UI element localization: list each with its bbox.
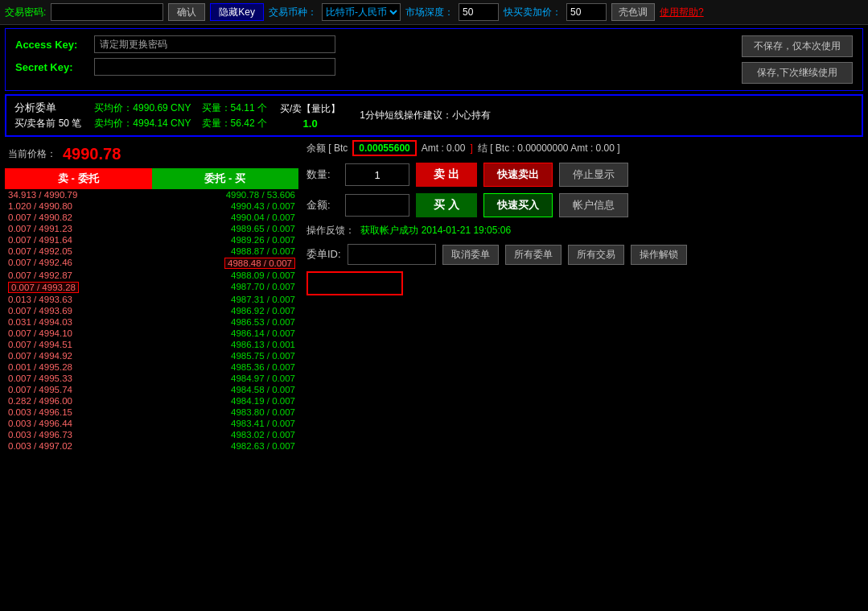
balance-label: 余额 [ Btc xyxy=(306,142,348,155)
secret-key-row: Secret Key: xyxy=(15,58,710,76)
analysis-buy-avg: 买均价：4990.69 CNY 买量：54.11 个 xyxy=(94,101,267,115)
analysis-sell-avg: 卖均价：4994.14 CNY 卖量：56.42 个 xyxy=(94,117,267,130)
order-row: 0.001 / 4995.28 4985.36 / 0.007 xyxy=(5,361,298,373)
feedback-text: 获取帐户成功 2014-01-21 19:05:06 xyxy=(360,225,511,236)
order-tabs: 卖 - 委托 委托 - 买 xyxy=(5,168,298,189)
top-bar: 交易密码: 确认 隐藏Key 交易币种： 比特币-人民币 市场深度： 快买卖加价… xyxy=(0,0,868,25)
order-row: 0.003 / 4997.02 4982.63 / 0.007 xyxy=(5,440,298,452)
key-area: Access Key: 请定期更换密码 Secret Key: 不保存，仅本次使… xyxy=(5,28,863,91)
secret-key-input[interactable] xyxy=(94,58,335,76)
fast-buy-button[interactable]: 快速买入 xyxy=(483,193,553,217)
depth-label: 市场深度： xyxy=(405,6,454,19)
order-row: 0.007 / 4994.51 4986.13 / 0.001 xyxy=(5,339,298,350)
order-row: 0.007 / 4990.82 4990.04 / 0.007 xyxy=(5,212,298,223)
order-row: 0.007 / 4993.69 4986.92 / 0.007 xyxy=(5,305,298,316)
trade-amount-row: 金额: 买 入 快速买入 帐户信息 xyxy=(306,193,863,217)
order-id-label: 委单ID: xyxy=(306,247,341,262)
currency-select[interactable]: 比特币-人民币 xyxy=(322,3,401,21)
order-row: 0.007 / 4991.64 4989.26 / 0.007 xyxy=(5,234,298,246)
bracket-close: ] xyxy=(470,142,472,154)
order-row: 0.007 / 4995.33 4984.97 / 0.007 xyxy=(5,373,298,384)
order-row: 34.913 / 4990.79 4990.78 / 53.606 xyxy=(5,189,298,200)
balance-row: 余额 [ Btc 0.00055600 Amt : 0.00 ] 结 [ Btc… xyxy=(306,140,863,156)
trade-qty-row: 数量: 卖 出 快速卖出 停止显示 xyxy=(306,163,863,187)
secret-key-label: Secret Key: xyxy=(15,61,88,73)
cancel-order-button[interactable]: 取消委单 xyxy=(442,245,499,265)
red-input-box[interactable] xyxy=(306,271,403,295)
order-row: 0.282 / 4996.00 4984.19 / 0.007 xyxy=(5,395,298,407)
save-button[interactable]: 保存,下次继续使用 xyxy=(742,62,853,84)
feedback-label: 操作反馈： xyxy=(306,225,355,236)
tab-buy[interactable]: 委托 - 买 xyxy=(152,168,299,189)
access-key-label: Access Key: xyxy=(15,39,88,51)
account-button[interactable]: 帐户信息 xyxy=(559,193,628,217)
order-book: 当前价格： 4990.78 卖 - 委托 委托 - 买 34.913 / 499… xyxy=(5,140,298,452)
all-trades-button[interactable]: 所有交易 xyxy=(568,245,624,265)
analysis-bar: 分析委单 买/卖各前 50 笔 买均价：4990.69 CNY 买量：54.11… xyxy=(5,94,863,137)
help-link[interactable]: 使用帮助? xyxy=(660,6,704,19)
currency-label: 交易币种： xyxy=(269,6,317,19)
markup-label: 快买卖加价： xyxy=(504,6,562,19)
stop-display-button[interactable]: 停止显示 xyxy=(559,163,628,187)
order-row: 0.003 / 4996.73 4983.02 / 0.007 xyxy=(5,429,298,440)
order-row: 0.007 / 4995.74 4984.58 / 0.007 xyxy=(5,384,298,395)
order-row: 0.031 / 4994.03 4986.53 / 0.007 xyxy=(5,316,298,328)
access-key-hint: 请定期更换密码 xyxy=(94,35,335,53)
depth-input[interactable] xyxy=(459,3,499,21)
main-layout: 当前价格： 4990.78 卖 - 委托 委托 - 买 34.913 / 499… xyxy=(5,140,863,452)
right-panel: 余额 [ Btc 0.00055600 Amt : 0.00 ] 结 [ Btc… xyxy=(298,140,863,452)
qty-input[interactable] xyxy=(345,163,409,186)
order-row: 0.003 / 4996.44 4983.41 / 0.007 xyxy=(5,418,298,429)
ratio-value: 1.0 xyxy=(303,118,318,130)
amount-input[interactable] xyxy=(345,194,409,217)
hide-key-button[interactable]: 隐藏Key xyxy=(210,3,264,21)
order-row: 0.007 / 4991.23 4989.65 / 0.007 xyxy=(5,223,298,234)
nosave-button[interactable]: 不保存，仅本次使用 xyxy=(742,35,853,57)
confirm-button[interactable]: 确认 xyxy=(168,3,205,21)
current-price: 4990.78 xyxy=(63,142,121,167)
qty-label: 数量: xyxy=(306,167,339,182)
unlock-button[interactable]: 操作解锁 xyxy=(631,245,687,265)
buy-button[interactable]: 买 入 xyxy=(416,193,477,217)
order-row: 0.007 / 4994.92 4985.75 / 0.007 xyxy=(5,350,298,361)
fast-sell-button[interactable]: 快速卖出 xyxy=(483,163,553,187)
ratio-label: 买/卖【量比】 xyxy=(280,102,340,116)
analysis-title: 分析委单 xyxy=(14,101,81,115)
access-key-row: Access Key: 请定期更换密码 xyxy=(15,35,710,53)
all-orders-button[interactable]: 所有委单 xyxy=(505,245,562,265)
feedback-row: 操作反馈： 获取帐户成功 2014-01-21 19:05:06 xyxy=(306,224,863,237)
settlement-label: 结 [ Btc : 0.00000000 Amt : 0.00 ] xyxy=(478,142,620,155)
btc-balance: 0.00055600 xyxy=(352,140,416,156)
amt-label: Amt : 0.00 xyxy=(422,142,466,154)
markup-input[interactable] xyxy=(566,3,607,21)
analysis-top50: 买/卖各前 50 笔 xyxy=(14,117,81,130)
amount-label: 金额: xyxy=(306,198,339,213)
advice-text: 1分钟短线操作建议：小心持有 xyxy=(360,109,491,122)
sell-button[interactable]: 卖 出 xyxy=(416,163,477,187)
tab-sell[interactable]: 卖 - 委托 xyxy=(5,168,152,189)
order-control-row: 委单ID: 取消委单 所有委单 所有交易 操作解锁 xyxy=(306,244,863,265)
trade-password-input[interactable] xyxy=(51,3,163,21)
order-row: 0.013 / 4993.63 4987.31 / 0.007 xyxy=(5,294,298,305)
order-book-rows: 34.913 / 4990.79 4990.78 / 53.606 1.020 … xyxy=(5,189,298,452)
order-row: 0.007 / 4992.05 4988.87 / 0.007 xyxy=(5,246,298,257)
order-row: 0.007 / 4992.87 4988.09 / 0.007 xyxy=(5,270,298,281)
order-id-input[interactable] xyxy=(348,244,436,265)
order-row: 0.007 / 4994.10 4986.14 / 0.007 xyxy=(5,328,298,339)
order-row: 1.020 / 4990.80 4990.43 / 0.007 xyxy=(5,200,298,212)
order-row-highlight-sell: 0.007 / 4992.46 4988.48 / 0.007 xyxy=(5,257,298,270)
price-label: 当前价格： xyxy=(8,147,56,161)
skin-button[interactable]: 壳色调 xyxy=(611,3,655,21)
order-row-highlight-buy: 0.007 / 4993.28 4987.70 / 0.007 xyxy=(5,281,298,294)
trade-password-label: 交易密码: xyxy=(5,6,46,19)
order-row: 0.003 / 4996.15 4983.80 / 0.007 xyxy=(5,407,298,418)
